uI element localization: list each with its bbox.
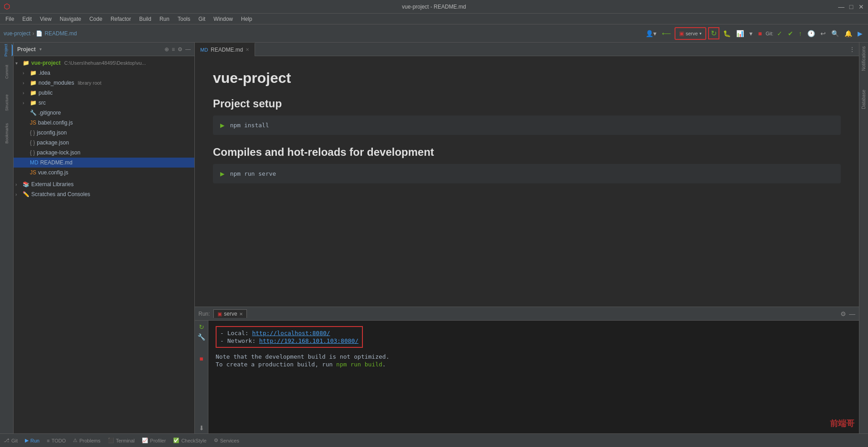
menu-navigate[interactable]: Navigate xyxy=(56,15,85,23)
menu-git[interactable]: Git xyxy=(195,15,209,23)
editor-more-icon[interactable]: ⋮ xyxy=(845,46,859,53)
debug-icon[interactable]: 🐛 xyxy=(721,28,733,39)
tree-item-readme[interactable]: MD README.md xyxy=(14,158,194,168)
tree-label-jsconfig: jsconfig.json xyxy=(37,130,67,136)
panel-minimize-icon[interactable]: — xyxy=(185,46,191,53)
git-undo-icon[interactable]: ↩ xyxy=(819,28,828,39)
menu-help[interactable]: Help xyxy=(237,15,256,23)
status-profiler[interactable]: 📈 Profiler xyxy=(142,437,166,443)
sidebar-item-commit[interactable]: Commit xyxy=(1,66,13,78)
vcs-update-icon[interactable]: ⟵ xyxy=(660,28,673,39)
menu-file[interactable]: File xyxy=(2,15,18,23)
tree-item-root[interactable]: ▾ 📁 vue-project C:\Users\hehuan48495\Des… xyxy=(14,58,194,68)
status-services[interactable]: ⚙ Services xyxy=(214,437,239,443)
panel-scroll-icon[interactable]: ≡ xyxy=(172,46,175,53)
editor-code-install: ▶ npm install xyxy=(213,115,841,135)
menu-tools[interactable]: Tools xyxy=(174,15,194,23)
tree-item-public[interactable]: › 📁 public xyxy=(14,88,194,98)
status-terminal[interactable]: ⬛ Terminal xyxy=(108,437,135,443)
git-history-icon[interactable]: 🕐 xyxy=(805,28,817,39)
run-panel-header: Run: ▣ serve ✕ ⚙ — xyxy=(195,307,859,321)
tree-item-babel[interactable]: JS babel.config.js xyxy=(14,118,194,128)
run-tab-close[interactable]: ✕ xyxy=(239,312,243,317)
minimize-button[interactable]: — xyxy=(838,4,844,10)
status-checkstyle-label: CheckStyle xyxy=(181,438,207,443)
folder-icon-nodemodules: 📁 xyxy=(30,80,37,86)
tree-arrow-root: ▾ xyxy=(15,61,21,66)
menu-window[interactable]: Window xyxy=(210,15,236,23)
code-run-serve-icon[interactable]: ▶ xyxy=(220,169,225,178)
panel-settings-icon[interactable]: ⚙ xyxy=(178,46,183,53)
tab-readme[interactable]: MD README.md ✕ xyxy=(195,43,255,56)
user-icon[interactable]: 👤▾ xyxy=(644,28,658,39)
tree-item-jsconfig[interactable]: { } jsconfig.json xyxy=(14,128,194,138)
more-run-icon[interactable]: ▾ xyxy=(747,28,754,39)
coverage-icon[interactable]: 📊 xyxy=(734,28,746,39)
menu-edit[interactable]: Edit xyxy=(19,15,35,23)
terminal-note2-text: To create a production build, run xyxy=(216,361,333,368)
tree-item-external-libs[interactable]: › 📚 External Libraries xyxy=(14,179,194,189)
git-push-icon[interactable]: ↑ xyxy=(797,28,804,39)
editor-content: vue-project Project setup ▶ npm install … xyxy=(195,56,859,307)
run-rerun-icon[interactable]: ↻ xyxy=(199,323,204,331)
git-check-icon[interactable]: ✓ xyxy=(775,28,784,39)
tree-item-vueconfig[interactable]: JS vue.config.js xyxy=(14,168,194,178)
database-label[interactable]: Database xyxy=(861,88,866,111)
tree-item-gitignore[interactable]: 🔧 .gitignore xyxy=(14,108,194,118)
menu-build[interactable]: Build xyxy=(135,15,155,23)
plugins-icon[interactable]: ▶ xyxy=(856,28,864,39)
tree-label-packagelock: package-lock.json xyxy=(37,149,80,156)
tree-item-nodemodules[interactable]: › 📁 node_modules library root xyxy=(14,78,194,88)
panel-sync-icon[interactable]: ⊕ xyxy=(164,46,169,53)
panel-expand-icon: ▾ xyxy=(39,47,42,52)
sidebar-item-project[interactable]: Project xyxy=(1,44,13,56)
app-logo-icon: ⬡ xyxy=(4,2,10,11)
run-configuration-button[interactable]: ▣ serve ▾ xyxy=(675,27,707,40)
menu-code[interactable]: Code xyxy=(86,15,106,23)
close-button[interactable]: ✕ xyxy=(858,4,864,10)
tree-item-idea[interactable]: › 📁 .idea xyxy=(14,68,194,78)
status-checkstyle[interactable]: ✅ CheckStyle xyxy=(173,437,207,443)
run-tab-serve[interactable]: ▣ serve ✕ xyxy=(213,309,246,318)
notifications-icon[interactable]: 🔔 xyxy=(843,28,854,39)
search-icon[interactable]: 🔍 xyxy=(829,28,841,39)
stop-icon[interactable]: ■ xyxy=(756,28,763,39)
breadcrumb-file[interactable]: README.md xyxy=(44,30,77,37)
tree-item-packagelock[interactable]: { } package-lock.json xyxy=(14,148,194,158)
tree-label-nodemodules: node_modules xyxy=(39,80,74,86)
run-wrench-icon[interactable]: 🔧 xyxy=(198,333,205,341)
sidebar-item-bookmarks[interactable]: Bookmarks xyxy=(1,128,13,139)
terminal-note1: Note that the development build is not o… xyxy=(216,353,852,360)
tab-icon-readme: MD xyxy=(200,47,208,53)
terminal-local-url[interactable]: http://localhost:8080/ xyxy=(252,330,330,336)
status-problems[interactable]: ⚠ Problems xyxy=(73,437,100,443)
rerun-button[interactable]: ↻ xyxy=(708,27,719,39)
tab-close-readme[interactable]: ✕ xyxy=(246,47,249,52)
tree-item-package[interactable]: { } package.json xyxy=(14,138,194,148)
terminal-npm-cmd: npm run build xyxy=(336,361,382,368)
problems-icon: ⚠ xyxy=(73,437,77,443)
sidebar-item-structure[interactable]: Structure xyxy=(1,97,13,109)
notifications-label[interactable]: Notifications xyxy=(861,44,866,72)
maximize-button[interactable]: □ xyxy=(848,4,854,10)
tree-item-scratches[interactable]: › ✏️ Scratches and Consoles xyxy=(14,189,194,199)
menu-view[interactable]: View xyxy=(36,15,55,23)
run-scroll-down-icon[interactable]: ⬇ xyxy=(199,424,204,432)
tree-item-src[interactable]: › 📁 src xyxy=(14,98,194,108)
menu-refactor[interactable]: Refactor xyxy=(107,15,135,23)
git-tick-icon[interactable]: ✔ xyxy=(786,28,795,39)
status-run[interactable]: ▶ Run xyxy=(25,437,39,443)
run-minimize-icon[interactable]: — xyxy=(849,310,855,317)
title-bar-left: ⬡ xyxy=(4,2,10,11)
file-tree: ▾ 📁 vue-project C:\Users\hehuan48495\Des… xyxy=(14,56,194,433)
profiler-icon: 📈 xyxy=(142,437,148,443)
code-run-icon[interactable]: ▶ xyxy=(220,121,225,130)
terminal-network-url[interactable]: http://192.168.101.103:8080/ xyxy=(259,337,358,344)
editor-h2-dev: Compiles and hot-reloads for development xyxy=(213,146,841,159)
run-settings-icon[interactable]: ⚙ xyxy=(840,310,846,317)
breadcrumb-project[interactable]: vue-project xyxy=(4,30,30,37)
status-todo[interactable]: ≡ TODO xyxy=(47,438,66,443)
status-git[interactable]: ⎇ Git xyxy=(4,437,18,443)
menu-run[interactable]: Run xyxy=(156,15,173,23)
run-stop-icon[interactable]: ■ xyxy=(199,355,203,362)
